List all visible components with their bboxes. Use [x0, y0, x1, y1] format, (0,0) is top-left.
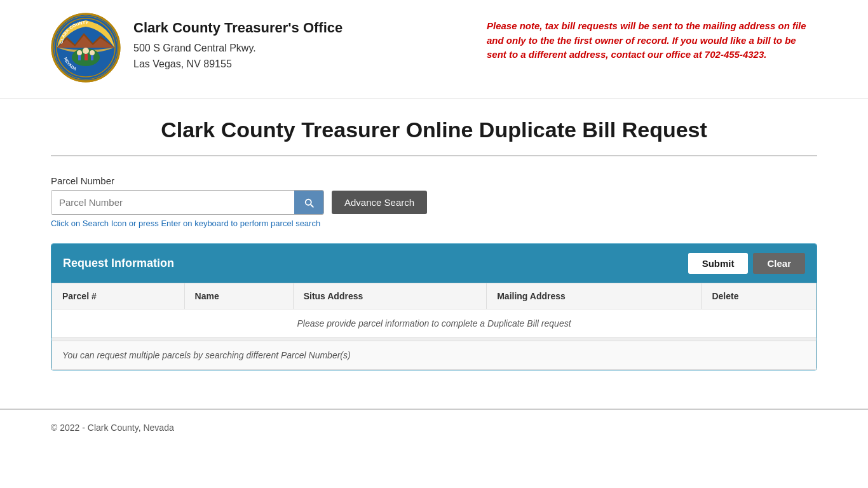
parcel-input-wrapper [51, 190, 324, 215]
org-address-line2: Las Vegas, NV 89155 [133, 58, 232, 69]
org-info: Clark County Treasurer's Office 500 S Gr… [133, 13, 342, 72]
search-hint: Click on Search Icon or press Enter on k… [51, 219, 817, 228]
request-section-title: Request Information [63, 257, 174, 270]
submit-button[interactable]: Submit [688, 253, 749, 274]
empty-message-row: Please provide parcel information to com… [52, 309, 817, 338]
search-icon [303, 197, 315, 208]
request-table: Parcel # Name Situs Address Mailing Addr… [51, 283, 817, 370]
svg-rect-4 [78, 55, 81, 60]
svg-rect-8 [91, 55, 93, 60]
page-title: Clark County Treasurer Online Duplicate … [51, 98, 817, 156]
org-name: Clark County Treasurer's Office [133, 19, 342, 37]
col-name: Name [184, 283, 293, 309]
main-content: Clark County Treasurer Online Duplicate … [0, 98, 868, 370]
county-seal-icon: CLARK COUNTY NEVADA [51, 13, 121, 83]
org-address-line1: 500 S Grand Central Pkwy. [133, 43, 256, 53]
col-mailing: Mailing Address [487, 283, 702, 309]
parcel-number-input[interactable] [51, 191, 294, 214]
notice-text: Please note, tax bill requests will be s… [487, 13, 817, 62]
search-row: Advance Search [51, 190, 817, 215]
request-header: Request Information Submit Clear [51, 244, 817, 283]
copyright-text: © 2022 - Clark County, Nevada [51, 423, 174, 433]
header: CLARK COUNTY NEVADA Clark County Treasur… [0, 0, 868, 98]
table-header-row: Parcel # Name Situs Address Mailing Addr… [52, 283, 817, 309]
logo-container: CLARK COUNTY NEVADA [51, 13, 121, 85]
org-address: 500 S Grand Central Pkwy. Las Vegas, NV … [133, 40, 342, 72]
multiple-parcel-note-row: You can request multiple parcels by sear… [52, 341, 817, 370]
search-section: Parcel Number Advance Search Click on Se… [51, 175, 817, 228]
multiple-parcel-note-cell: You can request multiple parcels by sear… [52, 341, 817, 370]
col-parcel: Parcel # [52, 283, 185, 309]
clear-button[interactable]: Clear [753, 253, 805, 274]
footer: © 2022 - Clark County, Nevada [0, 409, 868, 445]
search-button[interactable] [294, 191, 323, 214]
col-delete: Delete [702, 283, 817, 309]
svg-point-5 [83, 48, 89, 54]
request-section: Request Information Submit Clear Parcel … [51, 243, 817, 370]
svg-rect-6 [85, 54, 88, 60]
table-header: Parcel # Name Situs Address Mailing Addr… [52, 283, 817, 309]
empty-message-cell: Please provide parcel information to com… [52, 309, 817, 338]
svg-point-7 [90, 50, 95, 55]
parcel-number-label: Parcel Number [51, 175, 817, 186]
advance-search-button[interactable]: Advance Search [332, 191, 427, 214]
table-body: Please provide parcel information to com… [52, 309, 817, 370]
col-situs: Situs Address [293, 283, 487, 309]
header-buttons: Submit Clear [688, 253, 805, 274]
svg-point-3 [77, 50, 82, 55]
